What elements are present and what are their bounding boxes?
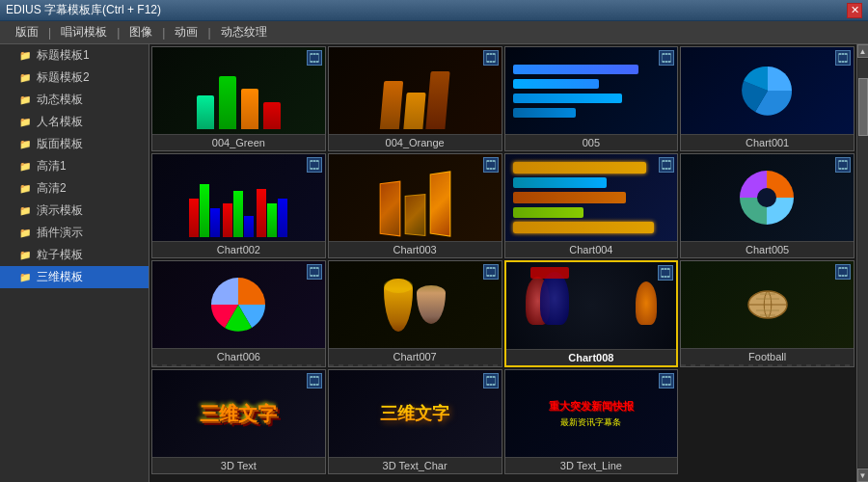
sidebar-label: 三维模板: [37, 269, 83, 285]
svg-rect-86: [838, 268, 848, 276]
sidebar-label: 动态模板: [37, 92, 83, 108]
menu-changci[interactable]: 唱词模板: [53, 22, 115, 42]
menu-image[interactable]: 图像: [122, 22, 160, 42]
scroll-down-button[interactable]: ▼: [857, 469, 869, 482]
film-badge: [307, 157, 322, 173]
svg-rect-36: [486, 161, 496, 169]
svg-rect-61: [313, 267, 315, 269]
svg-rect-113: [668, 384, 670, 386]
thumbnail-cell-Chart006[interactable]: Chart006: [151, 260, 326, 367]
svg-rect-60: [311, 267, 312, 269]
sidebar-label: 版面模板: [37, 136, 83, 152]
sidebar-item-7[interactable]: 📁演示模板: [0, 200, 149, 222]
svg-rect-93: [310, 377, 319, 385]
svg-rect-9: [490, 53, 492, 55]
svg-rect-62: [316, 267, 318, 269]
svg-rect-22: [838, 54, 848, 62]
svg-rect-32: [316, 160, 318, 162]
svg-rect-30: [311, 160, 312, 162]
menu-dynamic[interactable]: 动态纹理: [213, 22, 275, 42]
svg-rect-42: [493, 168, 495, 170]
sidebar-item-9[interactable]: 📁粒子模板: [0, 244, 149, 266]
svg-rect-59: [310, 268, 319, 276]
thumbnail-cell-3D Text_Char[interactable]: 三维文字 3D Text_Char: [328, 369, 502, 474]
menu-banmian[interactable]: 版面: [8, 22, 46, 42]
thumbnail-image: [329, 47, 502, 134]
thumbnail-label: Football: [681, 348, 854, 364]
sidebar-label: 插件演示: [37, 225, 83, 241]
scrollbar[interactable]: ▲ ▼: [856, 44, 868, 482]
svg-rect-54: [842, 160, 844, 162]
thumbnail-cell-Chart008[interactable]: Chart008: [504, 260, 679, 367]
svg-rect-107: [662, 377, 671, 385]
close-button[interactable]: ✕: [847, 3, 862, 18]
sidebar-item-6[interactable]: 📁高清2: [0, 177, 149, 200]
svg-rect-57: [842, 168, 844, 170]
thumbnail-cell-Chart007[interactable]: Chart007: [328, 260, 502, 367]
svg-rect-40: [487, 168, 489, 170]
thumbnail-cell-Chart001[interactable]: Chart001: [680, 46, 854, 151]
folder-icon: 📁: [19, 161, 33, 173]
sidebar-item-8[interactable]: 📁插件演示: [0, 222, 149, 244]
svg-rect-37: [487, 160, 489, 162]
svg-rect-74: [662, 268, 664, 270]
svg-rect-35: [316, 168, 318, 170]
sidebar-item-5[interactable]: 📁高清1: [0, 155, 149, 177]
thumbnail-cell-Chart005[interactable]: Chart005: [680, 153, 854, 258]
svg-rect-24: [842, 53, 844, 55]
svg-rect-64: [313, 275, 315, 277]
thumbnail-image: [505, 154, 678, 241]
sidebar-item-1[interactable]: 📁标题模板2: [0, 67, 149, 89]
svg-rect-18: [663, 61, 665, 63]
svg-rect-108: [663, 376, 665, 378]
svg-rect-104: [487, 384, 489, 386]
scroll-thumb[interactable]: [858, 78, 868, 136]
svg-rect-94: [311, 376, 312, 378]
sidebar-item-2[interactable]: 📁动态模板: [0, 89, 149, 111]
film-badge: [307, 50, 322, 66]
thumbnail-cell-005[interactable]: 005: [504, 46, 679, 151]
main-area: 📁标题模板1📁标题模板2📁动态模板📁人名模板📁版面模板📁高清1📁高清2📁演示模板…: [0, 44, 868, 482]
svg-rect-17: [668, 53, 670, 55]
svg-rect-26: [839, 61, 841, 63]
thumbnail-image: [329, 154, 502, 241]
svg-rect-79: [667, 276, 669, 278]
thumbnail-cell-3D Text[interactable]: 三维文字 3D Text: [151, 369, 326, 474]
scroll-track[interactable]: [858, 59, 868, 468]
svg-rect-16: [665, 53, 667, 55]
thumbnail-cell-004_Green[interactable]: 004_Green: [151, 46, 326, 151]
scroll-up-button[interactable]: ▲: [857, 44, 869, 58]
svg-rect-92: [845, 275, 847, 277]
svg-rect-76: [667, 268, 669, 270]
svg-rect-39: [493, 160, 495, 162]
thumbnail-cell-Chart004[interactable]: Chart004: [504, 153, 679, 258]
svg-rect-73: [661, 269, 670, 277]
thumbnail-image: [329, 261, 502, 348]
thumbnail-image: [681, 261, 854, 348]
thumbnail-cell-Football[interactable]: Football: [680, 260, 854, 367]
sidebar-item-10[interactable]: 📁三维模板: [0, 266, 149, 288]
sidebar-item-4[interactable]: 📁版面模板: [0, 133, 149, 155]
content-area[interactable]: 004_Green 004_Orange 005 Chart001: [149, 44, 856, 482]
svg-rect-91: [842, 275, 844, 277]
sidebar-item-0[interactable]: 📁标题模板1: [0, 44, 149, 67]
svg-rect-43: [662, 161, 671, 169]
film-badge: [835, 157, 851, 173]
folder-icon: 📁: [19, 139, 33, 150]
menu-animation[interactable]: 动画: [167, 22, 205, 42]
thumbnail-cell-3D Text_Line[interactable]: 重大突发新闻快报 最新资讯字幕条 3D Text_Line: [504, 369, 679, 474]
folder-icon: 📁: [19, 72, 33, 84]
film-badge: [307, 373, 322, 388]
svg-rect-14: [662, 54, 671, 62]
thumbnail-cell-Chart003[interactable]: Chart003: [328, 153, 502, 258]
sidebar-item-3[interactable]: 📁人名模板: [0, 111, 149, 133]
svg-rect-71: [490, 275, 492, 277]
thumbnail-label: Chart003: [329, 241, 502, 257]
folder-icon: 📁: [19, 94, 33, 106]
svg-rect-20: [668, 61, 670, 63]
svg-rect-15: [663, 53, 665, 55]
svg-rect-103: [493, 376, 495, 378]
thumbnail-cell-Chart002[interactable]: Chart002: [151, 153, 326, 258]
thumbnail-cell-004_Orange[interactable]: 004_Orange: [328, 46, 502, 151]
svg-rect-38: [490, 160, 492, 162]
